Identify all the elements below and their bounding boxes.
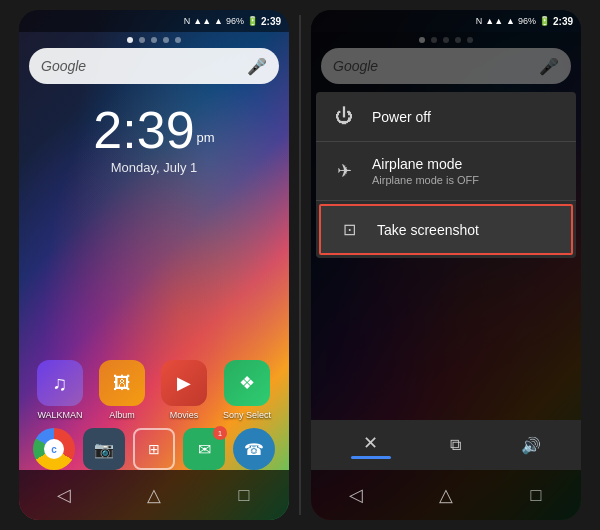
power-menu-overlay[interactable]: ⏻ Power off ✈ Airplane mode Airplane mod… — [311, 32, 581, 470]
clock-ampm: pm — [197, 130, 215, 145]
phones-container: N ▲▲ ▲ 96% 🔋 2:39 Google 🎤 — [0, 0, 600, 530]
power-menu: ⏻ Power off ✈ Airplane mode Airplane mod… — [316, 92, 576, 258]
app-icons-row: ♫ WALKMAN 🖼 Album ▶ Movies — [19, 360, 289, 420]
nav-bar-right: ◁ △ □ — [311, 470, 581, 520]
movies-icon: ▶ — [161, 360, 207, 406]
album-label: Album — [109, 410, 135, 420]
qs-rotate[interactable]: ⧉ — [450, 436, 461, 454]
search-bar-left[interactable]: Google 🎤 — [29, 48, 279, 84]
time-display-left: 2:39pm Monday, July 1 — [19, 100, 289, 175]
sony-select-icon: ❖ — [224, 360, 270, 406]
dot-5 — [175, 37, 181, 43]
movies-app[interactable]: ▶ Movies — [161, 360, 207, 420]
wifi-icon-right: ▲ — [506, 16, 515, 26]
recent-button-right[interactable]: □ — [518, 477, 554, 513]
clock-time: 2:39 — [93, 101, 194, 159]
album-icon: 🖼 — [99, 360, 145, 406]
dot-3 — [151, 37, 157, 43]
airplane-mode-item[interactable]: ✈ Airplane mode Airplane mode is OFF — [316, 142, 576, 201]
google-logo-left: Google — [41, 58, 247, 74]
nfc-icon-right: N — [476, 16, 483, 26]
messages-badge: 1 — [213, 426, 227, 440]
dot-2 — [139, 37, 145, 43]
airplane-text: Airplane mode Airplane mode is OFF — [372, 156, 560, 186]
album-app[interactable]: 🖼 Album — [99, 360, 145, 420]
back-button-right[interactable]: ◁ — [338, 477, 374, 513]
airplane-title: Airplane mode — [372, 156, 560, 172]
home-button-right[interactable]: △ — [428, 477, 464, 513]
status-icons-left: N ▲▲ ▲ 96% 🔋 2:39 — [184, 16, 281, 27]
signal-icon: ▲▲ — [193, 16, 211, 26]
status-bar-right: N ▲▲ ▲ 96% 🔋 2:39 — [311, 10, 581, 32]
walkman-icon: ♫ — [37, 360, 83, 406]
back-button-left[interactable]: ◁ — [46, 477, 82, 513]
time-status-right: 2:39 — [553, 16, 573, 27]
dot-4 — [163, 37, 169, 43]
battery-icon: 🔋 — [247, 16, 258, 26]
quick-settings: ✕ ⧉ 🔊 — [311, 420, 581, 470]
right-screen: N ▲▲ ▲ 96% 🔋 2:39 Google 🎤 — [311, 10, 581, 520]
screenshot-text: Take screenshot — [377, 222, 555, 238]
airplane-icon: ✈ — [332, 160, 356, 182]
battery-icon-right: 🔋 — [539, 16, 550, 26]
walkman-app[interactable]: ♫ WALKMAN — [37, 360, 83, 420]
page-dots-left — [19, 32, 289, 48]
qs-volume[interactable]: 🔊 — [521, 436, 541, 455]
nav-bar-left: ◁ △ □ — [19, 470, 289, 520]
signal-icon-right: ▲▲ — [485, 16, 503, 26]
sony-select-app[interactable]: ❖ Sony Select — [223, 360, 271, 420]
apps-grid-icon[interactable]: ⊞ — [133, 428, 175, 470]
sony-select-label: Sony Select — [223, 410, 271, 420]
chrome-icon[interactable]: c — [33, 428, 75, 470]
qs-bar — [351, 456, 391, 459]
qs-bluetooth[interactable]: ✕ — [351, 432, 391, 459]
time-status: 2:39 — [261, 16, 281, 27]
home-button-left[interactable]: △ — [136, 477, 172, 513]
left-screen: N ▲▲ ▲ 96% 🔋 2:39 Google 🎤 — [19, 10, 289, 520]
messages-icon[interactable]: ✉ 1 — [183, 428, 225, 470]
screenshot-icon: ⊡ — [337, 220, 361, 239]
movies-label: Movies — [170, 410, 199, 420]
battery-text: 96% — [226, 16, 244, 26]
recent-button-left[interactable]: □ — [226, 477, 262, 513]
dot-1 — [127, 37, 133, 43]
status-bar-left: N ▲▲ ▲ 96% 🔋 2:39 — [19, 10, 289, 32]
dock-left: c 📷 ⊞ ✉ 1 ☎ — [19, 428, 289, 470]
power-off-icon: ⏻ — [332, 106, 356, 127]
battery-text-right: 96% — [518, 16, 536, 26]
power-off-item[interactable]: ⏻ Power off — [316, 92, 576, 142]
phone-separator — [299, 15, 301, 515]
walkman-label: WALKMAN — [37, 410, 82, 420]
right-phone: N ▲▲ ▲ 96% 🔋 2:39 Google 🎤 — [311, 10, 581, 520]
clock-date: Monday, July 1 — [19, 160, 289, 175]
camera-icon[interactable]: 📷 — [83, 428, 125, 470]
volume-icon: 🔊 — [521, 436, 541, 455]
phone-icon[interactable]: ☎ — [233, 428, 275, 470]
status-icons-right: N ▲▲ ▲ 96% 🔋 2:39 — [476, 16, 573, 27]
airplane-subtitle: Airplane mode is OFF — [372, 174, 560, 186]
screenshot-item[interactable]: ⊡ Take screenshot — [319, 204, 573, 255]
power-off-text: Power off — [372, 109, 560, 125]
left-phone: N ▲▲ ▲ 96% 🔋 2:39 Google 🎤 — [19, 10, 289, 520]
nfc-icon: N — [184, 16, 191, 26]
time-value: 2:39pm — [19, 100, 289, 160]
power-off-title: Power off — [372, 109, 560, 125]
wifi-icon: ▲ — [214, 16, 223, 26]
rotate-icon: ⧉ — [450, 436, 461, 454]
bluetooth-icon: ✕ — [363, 432, 378, 454]
mic-icon-left[interactable]: 🎤 — [247, 57, 267, 76]
screenshot-title: Take screenshot — [377, 222, 555, 238]
